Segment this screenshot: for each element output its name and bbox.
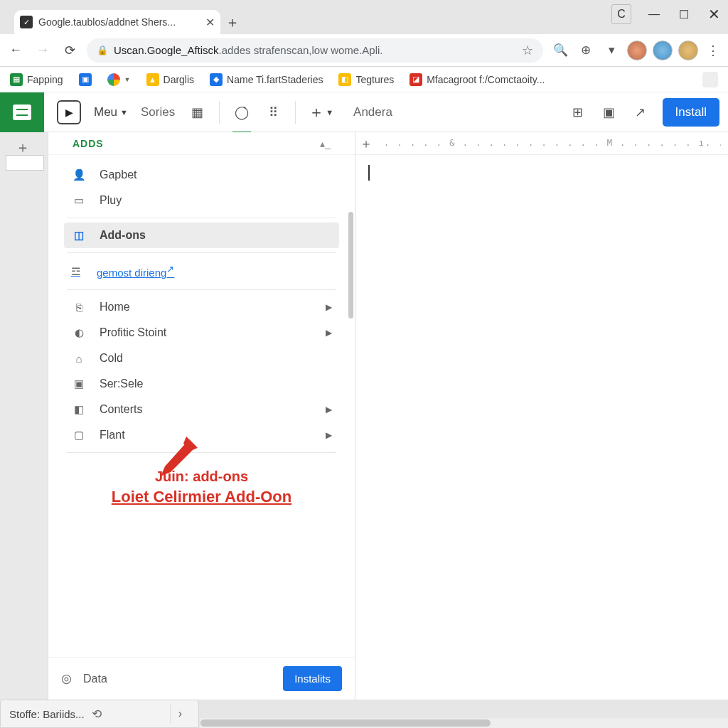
browser-tab[interactable]: ✓ Google.taublos/addnet Shers... ✕ [14, 10, 220, 34]
bookmark-label: Darglis [164, 74, 195, 85]
profile-avatar-3[interactable] [678, 41, 698, 60]
status-label: Stoffe: Bariids... [9, 708, 85, 720]
maximize-button[interactable]: ☐ [674, 4, 694, 24]
profile-avatar-1[interactable] [627, 41, 647, 60]
chevron-right-icon: ▶ [326, 302, 332, 312]
sheet-gutter: ＋ [0, 132, 48, 700]
data-icon: ◎ [61, 671, 72, 686]
panel-scrollbar[interactable] [348, 212, 353, 318]
back-button[interactable]: ← [6, 41, 26, 60]
bookmark-item[interactable]: ◆Name Ti.fartStaderies [210, 73, 323, 86]
omnibox[interactable]: 🔒 Uscan.Google_Aftisck.addes strafenscan… [87, 38, 543, 63]
panel-collapse-icon[interactable]: ▴_ [320, 138, 331, 149]
bookmark-item[interactable]: ▼ [107, 73, 131, 86]
menu-item-icon: ◧ [71, 403, 87, 416]
ruler: ＋ . . . . . & . . . . . . . . . . . M . … [355, 132, 728, 155]
chrome-menu-icon[interactable]: ⋮ [704, 43, 722, 58]
bookmark-item[interactable]: ◧Tegtures [338, 73, 394, 86]
menu-item-label: Profitic Stoint [100, 326, 166, 339]
bookmark-label: Mfacagroot f:/Comctaoity... [427, 74, 545, 85]
document-area[interactable]: ＋ . . . . . & . . . . . . . . . . . M . … [355, 132, 728, 700]
panel-title: ADDS [73, 138, 104, 149]
filter-icon[interactable]: ▾ [601, 41, 621, 60]
manage-link[interactable]: ☲gemost dirieng↗ [64, 257, 339, 285]
menu-item-icon: ◐ [71, 326, 87, 339]
menu-item-label: Home [100, 301, 130, 314]
menu-divider [67, 218, 336, 218]
menu-item[interactable]: ▢Flant▶ [64, 422, 339, 448]
insert-button[interactable]: ＋▼ [309, 102, 333, 123]
forward-button[interactable]: → [33, 41, 53, 60]
present-icon[interactable]: ▶ [57, 100, 81, 124]
grid-small-icon[interactable]: ▦ [188, 103, 206, 122]
chevron-down-icon: ▼ [124, 76, 131, 83]
select-all-cell[interactable] [6, 155, 44, 171]
status-box[interactable]: Stoffe: Bariids... ⟲ › [0, 700, 199, 728]
bookmark-icon: ◧ [338, 73, 351, 86]
annotation-callout: Juin: add-onsLoiet Celirmier Add-Oon [64, 467, 339, 508]
ruler-plus-icon[interactable]: ＋ [360, 135, 373, 152]
addons-panel: ADDS ▴_ 👤Gapbet▭Pluy◫Add-ons☲gemost diri… [48, 132, 355, 700]
bookmark-item[interactable]: ▣ [79, 73, 92, 86]
bookmark-icon: ◪ [410, 73, 422, 86]
sories-label[interactable]: Sories [141, 105, 175, 119]
search-icon[interactable]: 🔍 [550, 41, 570, 60]
reload-button[interactable]: ⟳ [60, 41, 80, 60]
menu-item[interactable]: ◫Add-ons [64, 223, 339, 248]
bookmark-item[interactable]: ◪Mfacagroot f:/Comctaoity... [410, 73, 545, 86]
bookmarks-bar: ▦Fapping▣▼▲Darglis◆Name Ti.fartStaderies… [0, 67, 728, 92]
menu-item[interactable]: ▣Ser:Sele [64, 371, 339, 397]
ruler-ticks: . . . . . & . . . . . . . . . . . M . . … [384, 138, 721, 148]
status-bar: Stoffe: Bariids... ⟲ › [0, 700, 199, 728]
menu-item-label: Ser:Sele [100, 378, 143, 390]
link-text: gemost dirieng↗ [97, 264, 174, 279]
add-sheet-icon[interactable]: ＋ [16, 138, 30, 157]
window-badge: C [611, 4, 631, 24]
app-logo[interactable] [0, 92, 44, 132]
globe-icon[interactable]: ⊕ [576, 41, 596, 60]
hscrollbar[interactable] [200, 718, 728, 728]
install-button[interactable]: Install [663, 98, 719, 127]
callout-line2: Loiet Celirmier Add-Oon [112, 488, 291, 505]
bookmark-icon [107, 73, 120, 86]
tab-close-icon[interactable]: ✕ [205, 16, 215, 29]
layout-icon[interactable]: ⊞ [569, 103, 587, 122]
star-icon[interactable]: ☆ [522, 43, 533, 58]
menu-item[interactable]: ⌂Cold [64, 346, 339, 371]
menu-item[interactable]: ▭Pluy [64, 188, 339, 213]
menu-item[interactable]: ◧Conterts▶ [64, 397, 339, 422]
grid-dots-icon[interactable]: ⠿ [264, 103, 282, 122]
menu-divider [67, 289, 336, 290]
menu-item-icon: ▭ [71, 194, 87, 207]
close-window-button[interactable]: ✕ [704, 4, 724, 24]
bookmark-label: Name Ti.fartStaderies [227, 74, 323, 85]
installs-button[interactable]: Instalits [283, 666, 342, 691]
menu-item-label: Pluy [100, 194, 122, 207]
card-icon[interactable]: ▣ [600, 103, 619, 122]
bookmark-item[interactable]: ▦Fapping [10, 73, 63, 86]
address-bar-row: ← → ⟳ 🔒 Uscan.Google_Aftisck.addes straf… [0, 34, 728, 67]
bookmark-icon: ▣ [79, 73, 92, 86]
status-expand-icon[interactable]: › [170, 704, 190, 724]
profile-avatar-2[interactable] [653, 41, 673, 60]
menu-dropdown[interactable]: Meu▼ [94, 105, 128, 119]
bookmark-icon: ▲ [146, 73, 159, 86]
minimize-button[interactable]: — [644, 4, 664, 24]
edit-arrow-icon[interactable]: ↗ [631, 103, 650, 122]
bookmark-icon: ◆ [210, 73, 223, 86]
chevron-right-icon: ▶ [326, 328, 332, 338]
menu-item[interactable]: ◐Profitic Stoint▶ [64, 320, 339, 346]
person-icon[interactable]: ◯̀ [232, 103, 251, 122]
status-refresh-icon[interactable]: ⟲ [92, 707, 102, 722]
bookmark-label: Fapping [27, 74, 63, 85]
menu-item-icon: ◫ [71, 229, 87, 242]
bookmark-label: Tegtures [355, 74, 394, 85]
bookmark-item[interactable]: ▲Darglis [146, 73, 195, 86]
menu-item[interactable]: 👤Gapbet [64, 162, 339, 188]
menu-item[interactable]: ⎘Home▶ [64, 294, 339, 320]
tab-title: Google.taublos/addnet Shers... [38, 16, 200, 28]
new-tab-button[interactable]: ＋ [220, 10, 245, 34]
panel-foot-label: Data [83, 673, 272, 685]
window-controls: C — ☐ ✕ [611, 4, 724, 24]
bookmarks-overflow-icon[interactable] [702, 72, 718, 87]
